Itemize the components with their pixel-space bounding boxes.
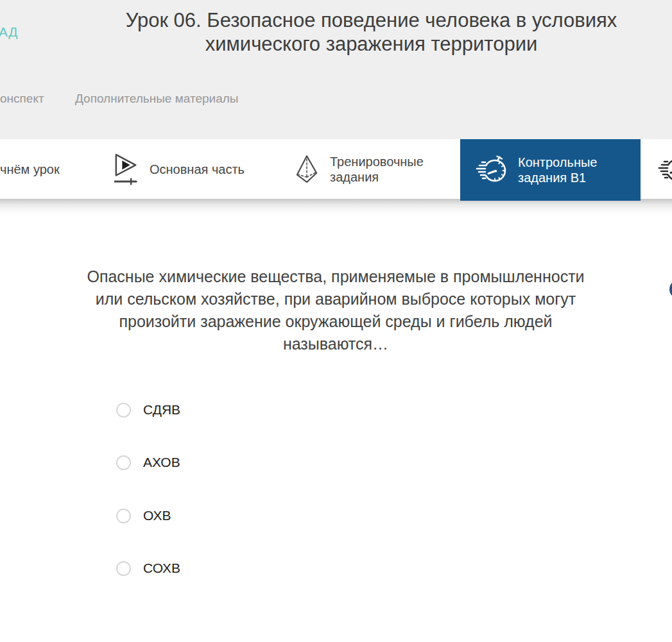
answer-option-label: СДЯВ	[143, 402, 180, 418]
tab-training-tasks-label-line-2: задания	[330, 169, 433, 185]
tab-start-lesson[interactable]: чнём урок	[0, 139, 62, 199]
tab-control-tasks-b1-label-line-2: задания В1	[518, 170, 614, 185]
play-icon	[114, 152, 139, 187]
answer-option-ohv[interactable]: ОХВ	[116, 508, 171, 523]
subtab-conspect[interactable]: онспект	[0, 92, 44, 106]
page-title-line-2: химического заражения территории	[71, 32, 672, 56]
page-title-line-1: Урок 06. Безопасное поведение человека в…	[71, 8, 672, 32]
question-text-line-1: Опасные химические вещества, применяемые…	[28, 266, 644, 288]
tab-control-tasks-b1[interactable]: Контрольные задания В1	[460, 139, 641, 201]
answer-option-label: ОХВ	[143, 508, 171, 523]
radio-button[interactable]	[116, 403, 131, 418]
tab-training-tasks[interactable]: Тренировочные задания	[295, 139, 433, 199]
answer-option-sohv[interactable]: СОХВ	[116, 561, 180, 576]
question-text-line-2: или сельском хозяйстве, при аварийном вы…	[28, 288, 644, 310]
tab-start-lesson-label: чнём урок	[0, 162, 60, 177]
tabbar-shadow	[0, 199, 672, 215]
tab-main-part-label: Основная часть	[150, 162, 245, 177]
question-text-line-3: произойти заражение окружающей среды и г…	[28, 310, 644, 333]
question-number-badge-partial[interactable]	[669, 280, 672, 299]
tab-control-tasks-next-partial[interactable]	[658, 139, 672, 199]
radio-button[interactable]	[116, 455, 131, 470]
tab-control-tasks-b1-label-line-1: Контрольные	[518, 155, 614, 170]
tab-training-tasks-label: Тренировочные задания	[330, 154, 433, 185]
lesson-section-tabbar: чнём урок Основная часть	[0, 139, 672, 199]
question-text-line-4: называются…	[28, 333, 644, 355]
question-text: Опасные химические вещества, применяемые…	[28, 266, 644, 355]
pyramid-icon	[295, 153, 318, 185]
answer-option-label: АХОВ	[143, 455, 180, 470]
page-header: АД Урок 06. Безопасное поведение человек…	[0, 0, 672, 139]
answer-option-sdyav[interactable]: СДЯВ	[116, 402, 180, 418]
stopwatch-icon	[658, 153, 672, 186]
radio-button[interactable]	[116, 561, 131, 576]
back-link[interactable]: АД	[0, 24, 18, 40]
radio-button[interactable]	[116, 509, 131, 523]
subtab-additional-materials[interactable]: Дополнительные материалы	[75, 92, 238, 106]
tab-control-tasks-b1-label: Контрольные задания В1	[518, 155, 614, 185]
lesson-page: АД Урок 06. Безопасное поведение человек…	[0, 0, 672, 642]
page-title: Урок 06. Безопасное поведение человека в…	[71, 8, 672, 56]
stopwatch-icon	[476, 153, 509, 187]
tab-training-tasks-label-line-1: Тренировочные	[330, 154, 433, 169]
answer-option-label: СОХВ	[143, 561, 180, 576]
tab-main-part[interactable]: Основная часть	[114, 139, 245, 199]
answer-option-ahov[interactable]: АХОВ	[116, 455, 180, 470]
